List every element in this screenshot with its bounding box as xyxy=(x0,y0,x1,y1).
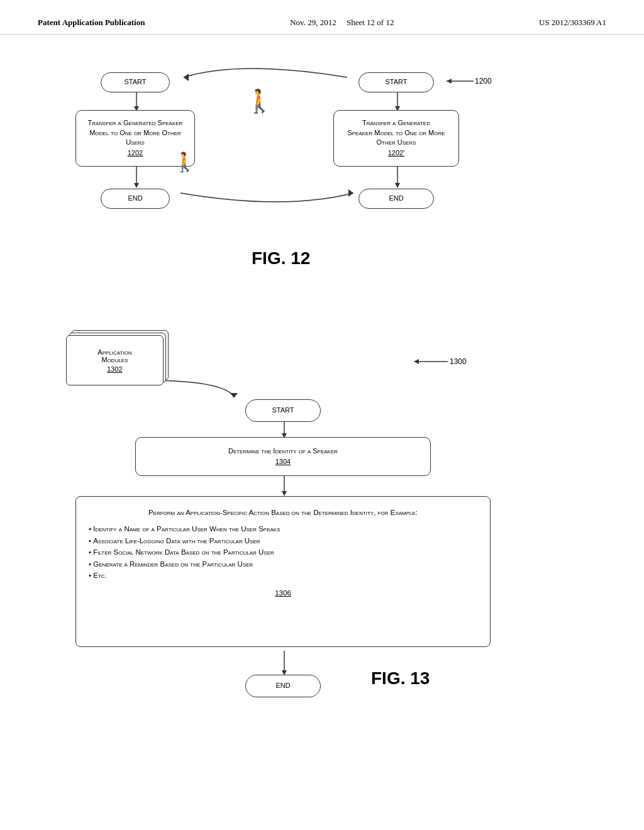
action-bullets: Identify a Name of a Particular User Whe… xyxy=(89,523,477,581)
bullet-3: Filter Social Network Data Based on the … xyxy=(89,546,477,558)
fig13-determine-box: Determine the Identity of a Speaker 1304 xyxy=(135,437,431,476)
left-transfer-ref: 1202 xyxy=(128,148,143,158)
left-end-label: END xyxy=(128,194,142,203)
fig13-end: END xyxy=(245,675,321,697)
arrow-1200 xyxy=(443,75,475,87)
svg-marker-11 xyxy=(447,79,452,84)
patent-number: US 2012/303369 A1 xyxy=(539,18,606,28)
fig12-label: FIG. 12 xyxy=(252,248,310,268)
fig12-diagram: START Transfer a Generated SpeakerModel … xyxy=(38,53,606,318)
determine-text: Determine the Identity of a Speaker xyxy=(228,446,338,456)
bullet-5: Etc. xyxy=(89,570,477,581)
page-header: Patent Application Publication Nov. 29, … xyxy=(0,0,644,35)
right-start-label: START xyxy=(385,77,407,87)
fig12-left-end: END xyxy=(101,189,170,209)
fig13-start-label: START xyxy=(272,406,294,415)
publication-date: Nov. 29, 2012 xyxy=(290,18,336,27)
bullet-1: Identify a Name of a Particular User Whe… xyxy=(89,523,477,534)
right-transfer-ref: 1202' xyxy=(388,148,405,158)
bullet-2: Associate Life-Logging Data with the Par… xyxy=(89,535,477,546)
main-content: START Transfer a Generated SpeakerModel … xyxy=(0,35,644,821)
fig12-right-transfer-box: Transfer a GeneratedSpeaker Model to One… xyxy=(333,110,459,167)
svg-marker-9 xyxy=(348,189,353,197)
fig13-end-label: END xyxy=(275,681,290,690)
fig12-right-start: START xyxy=(358,72,434,92)
svg-marker-7 xyxy=(395,183,400,188)
fig12-right-end: END xyxy=(358,189,434,209)
fig12-arrows xyxy=(38,53,606,318)
svg-marker-8 xyxy=(184,74,189,81)
app-modules-ref: 1302 xyxy=(107,365,122,373)
bullet-4: Generate a Reminder Based on the Particu… xyxy=(89,558,477,570)
fig12-left-start: START xyxy=(101,72,170,92)
person-icon-left: 🚶 xyxy=(173,151,196,173)
label-1300: 1300 xyxy=(450,357,467,366)
svg-marker-12 xyxy=(230,393,238,398)
fig13-start: START xyxy=(245,399,321,422)
person-icon-top-middle: 🚶 xyxy=(245,88,274,114)
publication-date-sheet: Nov. 29, 2012 Sheet 12 of 12 xyxy=(290,18,394,28)
fig13-diagram: ApplicationModules 1302 1300 START Deter… xyxy=(38,324,606,802)
action-title: Perform an Application-Specific Action B… xyxy=(89,507,477,518)
publication-label: Patent Application Publication xyxy=(38,18,145,28)
svg-marker-16 xyxy=(282,491,287,496)
label-1200: 1200 xyxy=(443,75,492,87)
svg-marker-20 xyxy=(414,359,419,364)
svg-marker-3 xyxy=(134,183,139,188)
fig13-label: FIG. 13 xyxy=(371,668,430,689)
fig13-action-box: Perform an Application-Specific Action B… xyxy=(75,496,491,647)
action-ref: 1306 xyxy=(89,587,477,599)
left-start-label: START xyxy=(124,77,146,87)
right-transfer-text: Transfer a GeneratedSpeaker Model to One… xyxy=(347,118,445,147)
app-modules-label: ApplicationModules xyxy=(97,348,131,363)
determine-ref: 1304 xyxy=(275,457,291,467)
sheet-info: Sheet 12 of 12 xyxy=(347,18,394,27)
left-transfer-text: Transfer a Generated SpeakerModel to One… xyxy=(88,118,183,147)
right-end-label: END xyxy=(389,194,403,203)
